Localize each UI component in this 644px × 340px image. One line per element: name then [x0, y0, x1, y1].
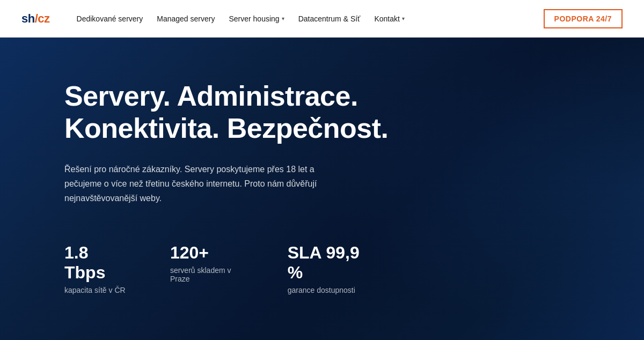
stat-label-servers: serverů skladem v Praze: [170, 266, 245, 283]
stat-label-sla: garance dostupnosti: [288, 286, 370, 294]
chevron-down-icon: ▾: [282, 16, 284, 21]
stat-number-servers: 120+: [170, 243, 245, 263]
nav-item-managed-servery[interactable]: Managed servery: [151, 11, 220, 26]
nav-item-dedikované-servery[interactable]: Dedikované servery: [71, 11, 149, 26]
nav-links: Dedikované servery Managed servery Serve…: [71, 11, 410, 26]
support-button[interactable]: PODPORA 24/7: [544, 9, 623, 28]
navbar: sh/cz Dedikované servery Managed servery…: [0, 0, 644, 38]
nav-item-datacentrum[interactable]: Datacentrum & Síť: [293, 11, 366, 26]
nav-item-kontakt[interactable]: Kontakt ▾: [369, 11, 409, 26]
hero-description: Řešení pro náročné zákazníky. Servery po…: [64, 162, 343, 206]
stat-item-servers: 120+ serverů skladem v Praze: [170, 243, 245, 283]
hero-content: Servery. Administrace. Konektivita. Bezp…: [64, 80, 413, 294]
stat-label-tbps: kapacita sítě v ČR: [64, 286, 127, 294]
hero-section: Servery. Administrace. Konektivita. Bezp…: [0, 38, 644, 340]
logo-text: sh/cz: [21, 12, 50, 26]
stat-number-sla: SLA 99,9 %: [288, 243, 370, 283]
stats-row: 1.8 Tbps kapacita sítě v ČR 120+ serverů…: [64, 243, 413, 294]
stat-item-tbps: 1.8 Tbps kapacita sítě v ČR: [64, 243, 127, 294]
navbar-left: sh/cz Dedikované servery Managed servery…: [21, 11, 410, 26]
logo-suffix: /cz: [35, 12, 50, 25]
hero-title: Servery. Administrace. Konektivita. Bezp…: [64, 80, 413, 145]
logo-main: sh: [21, 12, 35, 25]
nav-item-server-housing[interactable]: Server housing ▾: [223, 11, 289, 26]
stat-item-sla: SLA 99,9 % garance dostupnosti: [288, 243, 370, 294]
logo[interactable]: sh/cz: [21, 12, 50, 26]
chevron-down-icon: ▾: [402, 16, 405, 21]
stat-number-tbps: 1.8 Tbps: [64, 243, 127, 283]
